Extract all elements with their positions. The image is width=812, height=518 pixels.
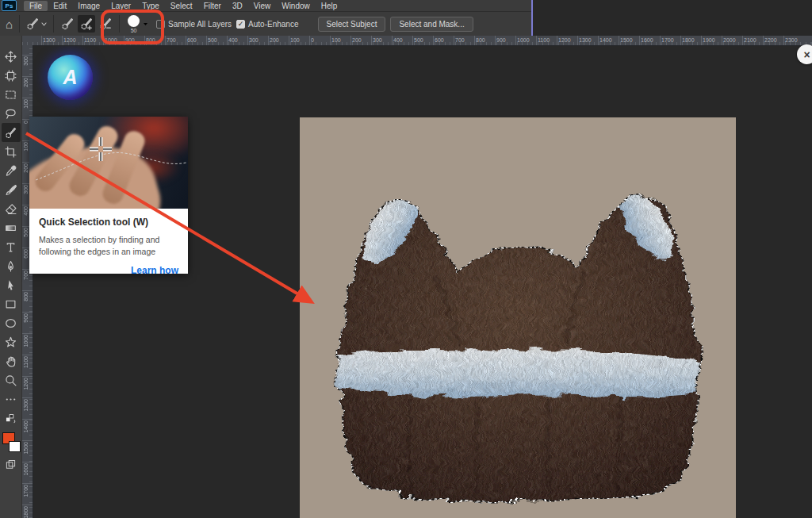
ruler-label: 400 bbox=[228, 37, 238, 43]
ruler-label: 1000 bbox=[23, 335, 29, 347]
eyedropper-tool-icon bbox=[5, 165, 17, 177]
ruler-label: 1800 bbox=[23, 506, 29, 518]
sample-all-layers-option[interactable]: Sample All Layers bbox=[156, 20, 232, 29]
pen-tool[interactable] bbox=[2, 256, 21, 275]
ruler-label: 300 bbox=[249, 37, 259, 43]
ruler-label: 1300 bbox=[579, 37, 592, 43]
custom-shape-tool[interactable] bbox=[2, 332, 21, 351]
tool-bar bbox=[0, 36, 22, 518]
ruler-label: 1300 bbox=[23, 399, 29, 412]
eyedropper-tool[interactable] bbox=[2, 161, 21, 180]
eraser-tool[interactable] bbox=[2, 199, 21, 218]
ellipse-tool[interactable] bbox=[2, 313, 21, 332]
ruler-label: 1100 bbox=[23, 356, 29, 368]
new-selection-icon bbox=[61, 17, 74, 30]
quick-mask-icon[interactable] bbox=[2, 455, 21, 474]
marquee-tool-icon bbox=[5, 89, 17, 101]
ruler-label: 1000 bbox=[517, 37, 530, 43]
canvas-document[interactable] bbox=[300, 117, 736, 518]
quick-selection-tool[interactable] bbox=[2, 123, 21, 142]
menu-item-select[interactable]: Select bbox=[165, 1, 198, 11]
select-subject-button[interactable]: Select Subject bbox=[318, 17, 386, 32]
lasso-tool[interactable] bbox=[2, 104, 21, 123]
ruler-label: 2000 bbox=[723, 37, 736, 43]
artboard-tool-icon bbox=[5, 70, 17, 82]
sample-all-layers-checkbox[interactable] bbox=[156, 20, 165, 29]
auto-enhance-option[interactable]: ✓ Auto-Enhance bbox=[236, 20, 298, 29]
menu-item-filter[interactable]: Filter bbox=[198, 1, 227, 11]
gradient-tool[interactable] bbox=[2, 218, 21, 237]
horizontal-ruler[interactable]: 1300120011001000900800700600500400300200… bbox=[22, 36, 812, 46]
ruler-label: 1400 bbox=[599, 37, 612, 43]
auto-enhance-checkbox[interactable]: ✓ bbox=[236, 20, 245, 29]
artboard-tool[interactable] bbox=[2, 66, 21, 85]
auto-enhance-label: Auto-Enhance bbox=[248, 20, 298, 29]
masks-icon bbox=[6, 459, 16, 470]
custom-shape-tool-icon bbox=[5, 336, 17, 348]
menu-item-3d[interactable]: 3D bbox=[227, 1, 248, 11]
rectangle-tool-icon bbox=[5, 298, 17, 310]
swap-colors-icon bbox=[6, 413, 16, 424]
marquee-tool[interactable] bbox=[2, 85, 21, 104]
ruler-label: 800 bbox=[146, 37, 155, 43]
subtract-from-selection-button[interactable] bbox=[97, 15, 114, 33]
ruler-label: 100 bbox=[331, 37, 341, 43]
ruler-label: 300 bbox=[23, 56, 29, 66]
close-icon[interactable]: × bbox=[797, 44, 812, 64]
brush-tool[interactable] bbox=[2, 180, 21, 199]
ruler-label: 200 bbox=[270, 37, 279, 43]
lasso-tool-icon bbox=[5, 108, 17, 120]
brush-size-picker[interactable]: 50 bbox=[124, 15, 151, 33]
ruler-label: 500 bbox=[208, 37, 217, 43]
photoshop-logo: Ps bbox=[2, 0, 17, 11]
menu-item-help[interactable]: Help bbox=[316, 1, 343, 11]
ruler-label: 200 bbox=[23, 163, 29, 173]
more-tools-icon bbox=[5, 393, 17, 405]
ruler-label: 2300 bbox=[785, 37, 798, 43]
hand-tool[interactable] bbox=[2, 351, 21, 370]
rectangle-tool[interactable] bbox=[2, 294, 21, 313]
menu-item-layer[interactable]: Layer bbox=[105, 1, 136, 11]
ruler-label: 600 bbox=[435, 37, 444, 43]
ruler-label: 2100 bbox=[744, 37, 756, 43]
subtract-from-selection-icon bbox=[99, 17, 112, 30]
chevron-down-icon bbox=[41, 22, 47, 26]
new-selection-button[interactable] bbox=[59, 15, 76, 33]
menu-item-edit[interactable]: Edit bbox=[48, 1, 72, 11]
color-swatches[interactable] bbox=[2, 431, 21, 455]
menu-item-file[interactable]: File bbox=[24, 1, 48, 11]
ruler-label: 1900 bbox=[703, 37, 715, 43]
add-to-selection-button[interactable] bbox=[78, 15, 95, 33]
background-color-swatch[interactable] bbox=[9, 441, 21, 452]
tooltip-description: Makes a selection by finding and followi… bbox=[39, 234, 178, 257]
move-tool[interactable] bbox=[2, 47, 21, 66]
select-and-mask-button[interactable]: Select and Mask... bbox=[390, 17, 473, 32]
move-tool-icon bbox=[5, 51, 17, 63]
tool-preset-picker[interactable] bbox=[25, 16, 48, 32]
menu-item-window[interactable]: Window bbox=[276, 1, 316, 11]
path-selection-tool[interactable] bbox=[2, 275, 21, 294]
crop-tool[interactable] bbox=[2, 142, 21, 161]
menu-item-image[interactable]: Image bbox=[72, 1, 105, 11]
ellipse-tool-icon bbox=[5, 317, 17, 329]
more-tools[interactable] bbox=[2, 389, 21, 409]
menu-item-type[interactable]: Type bbox=[136, 1, 165, 11]
menu-item-view[interactable]: View bbox=[248, 1, 277, 11]
ruler-label: 1700 bbox=[23, 485, 29, 497]
ruler-label: 200 bbox=[23, 78, 29, 87]
ruler-label: 1600 bbox=[641, 37, 653, 43]
ruler-label: 900 bbox=[125, 37, 135, 43]
ruler-label: 300 bbox=[373, 37, 382, 43]
ruler-label: 1200 bbox=[558, 37, 571, 43]
chevron-down-icon bbox=[143, 22, 148, 26]
ruler-label: 0 bbox=[311, 37, 314, 43]
home-icon[interactable]: ⌂ bbox=[6, 18, 13, 30]
zoom-tool[interactable] bbox=[2, 370, 21, 389]
learn-how-link[interactable]: Learn how bbox=[39, 265, 178, 276]
ruler-label: 900 bbox=[23, 313, 29, 323]
swap-colors-icon[interactable] bbox=[2, 409, 21, 428]
ruler-label: 1500 bbox=[620, 37, 633, 43]
type-tool[interactable] bbox=[2, 237, 21, 256]
tooltip-title: Quick Selection tool (W) bbox=[39, 217, 178, 228]
ruler-label: 1700 bbox=[661, 37, 674, 43]
